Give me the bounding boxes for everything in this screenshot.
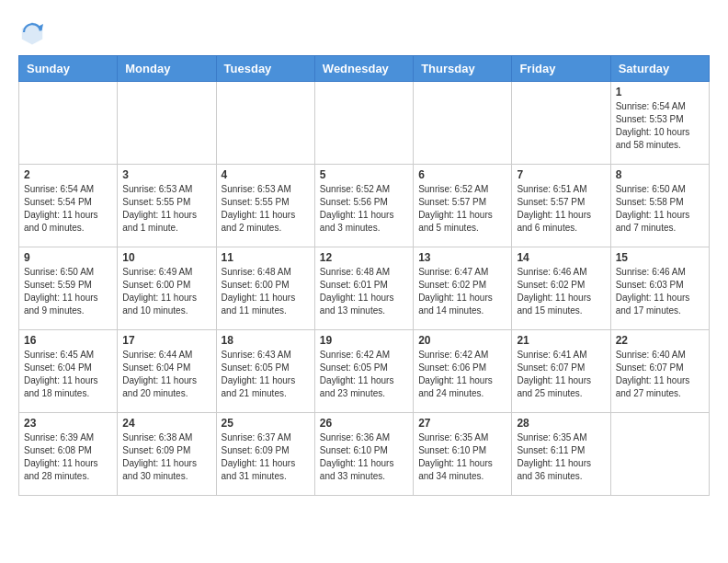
logo-icon <box>18 18 46 46</box>
weekday-header-saturday: Saturday <box>610 56 709 82</box>
day-number: 17 <box>122 334 210 347</box>
day-number: 4 <box>222 168 310 181</box>
calendar-cell <box>216 82 314 165</box>
day-info: Sunrise: 6:46 AM Sunset: 6:03 PM Dayligh… <box>616 266 704 317</box>
day-info: Sunrise: 6:42 AM Sunset: 6:05 PM Dayligh… <box>320 349 408 400</box>
day-number: 16 <box>24 334 112 347</box>
day-info: Sunrise: 6:38 AM Sunset: 6:09 PM Dayligh… <box>122 431 210 483</box>
calendar-cell <box>512 82 610 165</box>
calendar-cell: 10Sunrise: 6:49 AM Sunset: 6:00 PM Dayli… <box>118 247 216 330</box>
calendar-cell: 8Sunrise: 6:50 AM Sunset: 5:58 PM Daylig… <box>610 165 709 247</box>
page-header <box>18 18 710 46</box>
calendar-header-row: SundayMondayTuesdayWednesdayThursdayFrid… <box>19 56 710 82</box>
day-number: 6 <box>418 168 506 181</box>
day-number: 20 <box>418 334 506 347</box>
calendar-cell: 18Sunrise: 6:43 AM Sunset: 6:05 PM Dayli… <box>216 330 314 413</box>
logo <box>18 18 48 46</box>
calendar-cell: 19Sunrise: 6:42 AM Sunset: 6:05 PM Dayli… <box>314 330 413 413</box>
calendar-cell: 13Sunrise: 6:47 AM Sunset: 6:02 PM Dayli… <box>414 247 512 330</box>
day-info: Sunrise: 6:50 AM Sunset: 5:59 PM Dayligh… <box>24 266 112 317</box>
day-info: Sunrise: 6:39 AM Sunset: 6:08 PM Dayligh… <box>24 431 112 483</box>
calendar-cell: 28Sunrise: 6:35 AM Sunset: 6:11 PM Dayli… <box>512 413 610 496</box>
calendar-cell <box>118 82 216 165</box>
calendar-cell: 20Sunrise: 6:42 AM Sunset: 6:06 PM Dayli… <box>414 330 512 413</box>
calendar-week-2: 2Sunrise: 6:54 AM Sunset: 5:54 PM Daylig… <box>19 165 710 247</box>
day-info: Sunrise: 6:37 AM Sunset: 6:09 PM Dayligh… <box>222 431 310 483</box>
day-number: 27 <box>418 417 506 430</box>
day-number: 26 <box>320 417 408 430</box>
calendar-cell <box>414 82 512 165</box>
calendar-cell: 6Sunrise: 6:52 AM Sunset: 5:57 PM Daylig… <box>414 165 512 247</box>
day-info: Sunrise: 6:54 AM Sunset: 5:53 PM Dayligh… <box>616 100 704 152</box>
day-info: Sunrise: 6:53 AM Sunset: 5:55 PM Dayligh… <box>222 183 310 235</box>
day-info: Sunrise: 6:44 AM Sunset: 6:04 PM Dayligh… <box>122 349 210 400</box>
calendar-cell <box>314 82 413 165</box>
weekday-header-sunday: Sunday <box>19 56 118 82</box>
day-number: 28 <box>517 417 605 430</box>
day-number: 22 <box>616 334 704 347</box>
day-info: Sunrise: 6:41 AM Sunset: 6:07 PM Dayligh… <box>517 349 605 400</box>
day-number: 15 <box>616 251 704 264</box>
day-info: Sunrise: 6:45 AM Sunset: 6:04 PM Dayligh… <box>24 349 112 400</box>
day-number: 24 <box>122 417 210 430</box>
calendar-cell: 3Sunrise: 6:53 AM Sunset: 5:55 PM Daylig… <box>118 165 216 247</box>
day-info: Sunrise: 6:36 AM Sunset: 6:10 PM Dayligh… <box>320 431 408 483</box>
day-number: 3 <box>122 168 210 181</box>
calendar-table: SundayMondayTuesdayWednesdayThursdayFrid… <box>18 55 710 496</box>
day-number: 5 <box>320 168 408 181</box>
calendar-cell: 1Sunrise: 6:54 AM Sunset: 5:53 PM Daylig… <box>610 82 709 165</box>
weekday-header-thursday: Thursday <box>414 56 512 82</box>
day-number: 19 <box>320 334 408 347</box>
calendar-cell: 12Sunrise: 6:48 AM Sunset: 6:01 PM Dayli… <box>314 247 413 330</box>
day-number: 21 <box>517 334 605 347</box>
calendar-cell: 5Sunrise: 6:52 AM Sunset: 5:56 PM Daylig… <box>314 165 413 247</box>
day-number: 8 <box>616 168 704 181</box>
weekday-header-wednesday: Wednesday <box>314 56 413 82</box>
day-info: Sunrise: 6:53 AM Sunset: 5:55 PM Dayligh… <box>122 183 210 235</box>
calendar-cell: 26Sunrise: 6:36 AM Sunset: 6:10 PM Dayli… <box>314 413 413 496</box>
day-number: 12 <box>320 251 408 264</box>
calendar-cell: 2Sunrise: 6:54 AM Sunset: 5:54 PM Daylig… <box>19 165 118 247</box>
calendar-week-4: 16Sunrise: 6:45 AM Sunset: 6:04 PM Dayli… <box>19 330 710 413</box>
day-number: 7 <box>517 168 605 181</box>
day-number: 11 <box>222 251 310 264</box>
calendar-cell: 27Sunrise: 6:35 AM Sunset: 6:10 PM Dayli… <box>414 413 512 496</box>
calendar-cell: 14Sunrise: 6:46 AM Sunset: 6:02 PM Dayli… <box>512 247 610 330</box>
day-number: 18 <box>222 334 310 347</box>
calendar-cell: 24Sunrise: 6:38 AM Sunset: 6:09 PM Dayli… <box>118 413 216 496</box>
day-number: 10 <box>122 251 210 264</box>
day-number: 9 <box>24 251 112 264</box>
calendar-cell: 23Sunrise: 6:39 AM Sunset: 6:08 PM Dayli… <box>19 413 118 496</box>
day-number: 2 <box>24 168 112 181</box>
calendar-cell: 17Sunrise: 6:44 AM Sunset: 6:04 PM Dayli… <box>118 330 216 413</box>
day-info: Sunrise: 6:43 AM Sunset: 6:05 PM Dayligh… <box>222 349 310 400</box>
calendar-week-1: 1Sunrise: 6:54 AM Sunset: 5:53 PM Daylig… <box>19 82 710 165</box>
day-number: 23 <box>24 417 112 430</box>
day-info: Sunrise: 6:40 AM Sunset: 6:07 PM Dayligh… <box>616 349 704 400</box>
calendar-cell: 7Sunrise: 6:51 AM Sunset: 5:57 PM Daylig… <box>512 165 610 247</box>
calendar-cell: 9Sunrise: 6:50 AM Sunset: 5:59 PM Daylig… <box>19 247 118 330</box>
day-info: Sunrise: 6:48 AM Sunset: 6:01 PM Dayligh… <box>320 266 408 317</box>
day-info: Sunrise: 6:49 AM Sunset: 6:00 PM Dayligh… <box>122 266 210 317</box>
day-number: 25 <box>222 417 310 430</box>
day-info: Sunrise: 6:42 AM Sunset: 6:06 PM Dayligh… <box>418 349 506 400</box>
day-info: Sunrise: 6:35 AM Sunset: 6:10 PM Dayligh… <box>418 431 506 483</box>
calendar-cell: 16Sunrise: 6:45 AM Sunset: 6:04 PM Dayli… <box>19 330 118 413</box>
weekday-header-friday: Friday <box>512 56 610 82</box>
day-info: Sunrise: 6:46 AM Sunset: 6:02 PM Dayligh… <box>517 266 605 317</box>
weekday-header-monday: Monday <box>118 56 216 82</box>
day-info: Sunrise: 6:52 AM Sunset: 5:56 PM Dayligh… <box>320 183 408 235</box>
day-info: Sunrise: 6:51 AM Sunset: 5:57 PM Dayligh… <box>517 183 605 235</box>
day-info: Sunrise: 6:48 AM Sunset: 6:00 PM Dayligh… <box>222 266 310 317</box>
calendar-cell: 11Sunrise: 6:48 AM Sunset: 6:00 PM Dayli… <box>216 247 314 330</box>
calendar-cell <box>610 413 709 496</box>
day-number: 1 <box>616 86 704 98</box>
calendar-week-3: 9Sunrise: 6:50 AM Sunset: 5:59 PM Daylig… <box>19 247 710 330</box>
calendar-cell: 21Sunrise: 6:41 AM Sunset: 6:07 PM Dayli… <box>512 330 610 413</box>
day-number: 13 <box>418 251 506 264</box>
day-info: Sunrise: 6:54 AM Sunset: 5:54 PM Dayligh… <box>24 183 112 235</box>
day-info: Sunrise: 6:47 AM Sunset: 6:02 PM Dayligh… <box>418 266 506 317</box>
calendar-cell: 4Sunrise: 6:53 AM Sunset: 5:55 PM Daylig… <box>216 165 314 247</box>
calendar-cell: 25Sunrise: 6:37 AM Sunset: 6:09 PM Dayli… <box>216 413 314 496</box>
day-info: Sunrise: 6:35 AM Sunset: 6:11 PM Dayligh… <box>517 431 605 483</box>
